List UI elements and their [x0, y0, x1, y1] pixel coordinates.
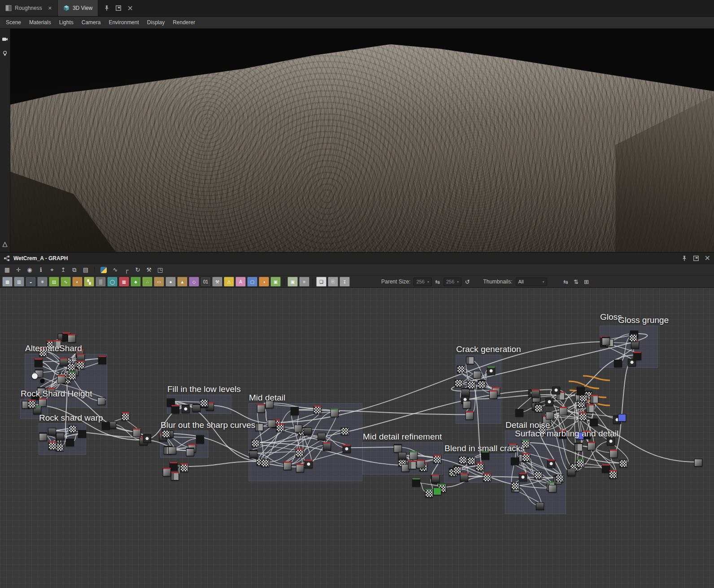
graph-node[interactable]: [252, 440, 260, 447]
graph-node[interactable]: [180, 463, 188, 472]
menu-scene[interactable]: Scene: [2, 17, 25, 27]
graph-node[interactable]: [575, 443, 583, 451]
graph-node[interactable]: [547, 459, 555, 468]
graph-node[interactable]: [631, 340, 639, 349]
python-icon[interactable]: [100, 267, 107, 273]
checker-node[interactable]: ▚: [84, 277, 94, 287]
viewport-3d[interactable]: [10, 29, 714, 252]
frame-focus-icon[interactable]: ◳: [156, 266, 165, 274]
graph-node[interactable]: [28, 400, 36, 408]
graph-node[interactable]: [268, 420, 276, 427]
warp-color-node[interactable]: ◑: [259, 277, 269, 287]
graph-node[interactable]: [171, 472, 179, 480]
triangle-node[interactable]: ▲: [177, 277, 187, 287]
float-window-icon[interactable]: [115, 5, 122, 11]
graph-node[interactable]: [168, 447, 176, 454]
levels-node[interactable]: ▤: [49, 277, 59, 287]
distribute-horizontal-icon[interactable]: ⇆: [562, 277, 570, 286]
pan-tool-icon[interactable]: ▦: [3, 266, 12, 274]
graph-node[interactable]: [536, 502, 544, 510]
graph-node[interactable]: [133, 428, 141, 437]
frame-add-node[interactable]: ▣: [287, 277, 298, 287]
graph-node[interactable]: [576, 459, 584, 467]
shape-node[interactable]: ◯: [107, 277, 118, 287]
menu-renderer[interactable]: Renderer: [169, 17, 199, 27]
graph-node[interactable]: [483, 473, 491, 482]
graph-node[interactable]: [200, 399, 208, 407]
graph-node[interactable]: [283, 462, 292, 470]
warp-node[interactable]: ◐: [72, 277, 83, 287]
vector-node[interactable]: ▥: [14, 277, 24, 287]
graph-node[interactable]: [577, 387, 585, 395]
graph-node[interactable]: [610, 449, 618, 458]
graph-node[interactable]: [294, 425, 302, 432]
tab-3d-view[interactable]: 3D View: [58, 0, 98, 16]
graph-node[interactable]: [579, 394, 588, 402]
vegetation-node[interactable]: ♣: [131, 277, 141, 287]
graph-node[interactable]: [162, 430, 170, 438]
graph-node[interactable]: [143, 434, 151, 443]
graph-node[interactable]: [619, 460, 627, 467]
capsule-node[interactable]: ▭: [154, 277, 164, 287]
graph-node[interactable]: [341, 427, 349, 435]
layout-icon[interactable]: ▤: [81, 266, 90, 274]
checker01-node[interactable]: 01: [200, 277, 211, 287]
color-grid-node[interactable]: ▦: [119, 277, 129, 287]
graph-node[interactable]: [57, 375, 65, 383]
tools-icon[interactable]: ⚒: [144, 266, 153, 274]
close-icon[interactable]: ✕: [705, 254, 710, 262]
graph-node[interactable]: [408, 461, 416, 469]
thumbnails-select[interactable]: All ▾: [516, 278, 547, 286]
graph-node[interactable]: [398, 452, 406, 460]
graph-node[interactable]: [546, 412, 554, 419]
selection-node[interactable]: ▢: [247, 277, 257, 287]
graph-node[interactable]: [473, 371, 481, 379]
export-icon[interactable]: ↥: [59, 266, 68, 274]
graph-node[interactable]: [394, 444, 402, 453]
tools-node[interactable]: ⚒: [212, 277, 222, 287]
graph-node[interactable]: [590, 418, 598, 426]
graph-node[interactable]: [48, 441, 57, 450]
graph-node[interactable]: [196, 435, 204, 444]
graph-node[interactable]: [296, 449, 304, 457]
menu-display[interactable]: Display: [143, 17, 169, 27]
graph-node[interactable]: [478, 380, 486, 388]
float-window-icon[interactable]: [693, 255, 699, 261]
camera-display-icon[interactable]: [2, 36, 8, 42]
graph-node[interactable]: [545, 398, 553, 406]
graph-node[interactable]: [466, 411, 474, 420]
graph-node[interactable]: [257, 404, 265, 413]
graph-node[interactable]: [182, 405, 190, 413]
snap-align-icon[interactable]: ⊞: [582, 277, 591, 286]
parent-width-select[interactable]: 256 ▾: [414, 278, 431, 286]
graph-node[interactable]: [68, 334, 76, 343]
graph-node[interactable]: [48, 428, 56, 436]
graph-node[interactable]: [461, 388, 470, 396]
graph-node[interactable]: [476, 462, 484, 471]
graph-node[interactable]: [31, 373, 38, 379]
bitmap-node[interactable]: ▦: [2, 277, 13, 287]
graph-node[interactable]: [163, 468, 171, 476]
graph-node[interactable]: [586, 404, 594, 413]
close-icon[interactable]: ✕: [48, 5, 52, 11]
graph-node[interactable]: [331, 409, 339, 417]
graph-node[interactable]: [313, 405, 322, 414]
graph-node[interactable]: [78, 430, 86, 438]
graph-node[interactable]: [602, 464, 610, 473]
graph-node[interactable]: [56, 444, 64, 451]
graph-node[interactable]: [102, 422, 110, 430]
graph-node[interactable]: [534, 471, 542, 479]
graph-node[interactable]: [535, 404, 543, 412]
graph-node[interactable]: [614, 360, 622, 367]
graph-node[interactable]: [629, 333, 637, 342]
graph-node[interactable]: [467, 381, 475, 389]
comment-icon[interactable]: ❏: [316, 277, 327, 287]
graph-node[interactable]: [609, 470, 617, 479]
graph-node[interactable]: [296, 464, 304, 472]
graph-node[interactable]: [304, 427, 312, 435]
light-bulb-icon[interactable]: [2, 50, 8, 57]
graph-node[interactable]: [460, 473, 468, 482]
graph-node[interactable]: [618, 414, 626, 422]
info-icon[interactable]: ℹ: [36, 266, 45, 274]
graph-node[interactable]: [171, 405, 179, 414]
